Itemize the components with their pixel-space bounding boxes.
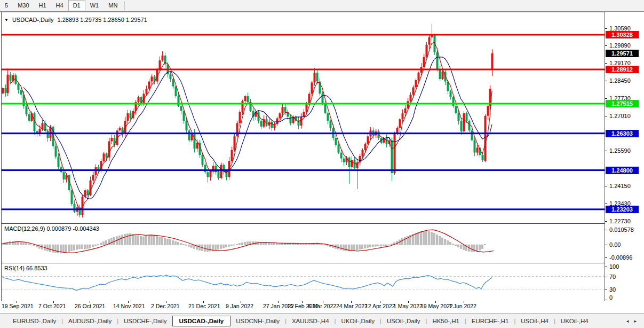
date-tick xyxy=(203,301,204,303)
chart-tab-eurchf[interactable]: EURCHF-,H1 xyxy=(466,316,514,326)
price-tick xyxy=(605,63,607,64)
level-line xyxy=(2,132,605,134)
macd-tick xyxy=(605,230,607,230)
date-tick xyxy=(380,301,380,303)
price-tick-label: 1.27010 xyxy=(609,113,631,119)
date-tick xyxy=(17,301,17,303)
level-line xyxy=(2,34,605,36)
date-label: 12 Apr 2022 xyxy=(365,303,395,309)
date-axis[interactable]: 19 Sep 20217 Oct 202126 Oct 202114 Nov 2… xyxy=(0,301,605,313)
rsi-tick-label: 70 xyxy=(609,274,616,280)
price-tick xyxy=(605,186,607,186)
date-tick xyxy=(53,301,54,303)
chart-tab-eurusd[interactable]: EURUSD-,Daily xyxy=(7,316,61,326)
chart-window[interactable]: ▼ USDCAD-,Daily 1.28893 1.29735 1.28650 … xyxy=(0,12,644,328)
level-price-badge: 1.23203 xyxy=(606,206,639,213)
timeframe-button-m30[interactable]: M30 xyxy=(13,0,34,11)
date-tick xyxy=(302,301,303,303)
level-line xyxy=(2,103,605,105)
date-label: 19 Sep 2021 xyxy=(2,303,34,309)
timeframe-button-h1[interactable]: H1 xyxy=(34,0,51,11)
rsi-tick xyxy=(605,300,607,300)
chart-tab-usoil[interactable]: USOil-,Daily xyxy=(381,316,426,326)
date-label: 7 Oct 2021 xyxy=(38,303,66,309)
macd-tick xyxy=(605,245,607,245)
date-label: 1 May 2022 xyxy=(393,303,423,309)
price-tick xyxy=(605,221,607,222)
date-label: 24 Mar 2022 xyxy=(336,303,368,309)
price-tick-label: 1.24150 xyxy=(609,183,631,189)
date-tick xyxy=(464,301,464,303)
rsi-panel xyxy=(2,275,605,291)
rsi-tick xyxy=(605,267,607,267)
chart-tab-usdcad[interactable]: USDCAD-,Daily xyxy=(172,316,231,326)
chart-tab-xauusd[interactable]: XAUUSD-,H4 xyxy=(287,316,335,326)
level-price-badge: 1.26303 xyxy=(606,130,639,137)
chart-tab-audusd[interactable]: AUDUSD-,Daily xyxy=(63,316,117,326)
mt4-terminal: 5M30H1H4D1W1MN ▼ USDCAD-,Daily 1.28893 1… xyxy=(0,0,644,328)
macd-tick-label: -0.00896 xyxy=(609,254,632,261)
date-tick xyxy=(408,301,409,303)
price-axis[interactable]: 1.305901.298901.291701.284501.277301.270… xyxy=(605,12,644,301)
chart-ohlc-values: 1.28893 1.29735 1.28650 1.29571 xyxy=(58,17,147,23)
rsi-tick-label: 30 xyxy=(609,286,616,293)
price-tick xyxy=(605,28,607,29)
current-price-badge: 1.29571 xyxy=(606,50,639,57)
timeframe-button-mn[interactable]: MN xyxy=(104,0,122,11)
date-label: 19 May 2022 xyxy=(420,303,453,309)
rsi-line xyxy=(3,275,492,291)
date-tick xyxy=(435,301,436,303)
rsi-tick xyxy=(605,277,607,277)
level-price-badge: 1.28912 xyxy=(606,66,639,73)
price-tick-label: 1.28450 xyxy=(609,77,631,84)
chart-canvas[interactable] xyxy=(0,12,605,301)
date-label: 14 Nov 2021 xyxy=(113,303,145,309)
tab-scroll-left-icon[interactable]: ◂ xyxy=(626,318,629,324)
rsi-tick-label: 100 xyxy=(609,263,619,270)
chart-dropdown-icon[interactable]: ▼ xyxy=(4,18,9,22)
level-line xyxy=(2,169,605,171)
date-label: 2 Dec 2021 xyxy=(151,303,180,309)
chart-tab-ukoil[interactable]: UKOil-,Daily xyxy=(336,316,380,326)
date-tick xyxy=(166,301,166,303)
date-tick xyxy=(90,301,90,303)
level-line xyxy=(2,208,605,210)
timeframe-button-w1[interactable]: W1 xyxy=(85,0,104,11)
price-tick xyxy=(605,45,607,46)
candles xyxy=(2,24,494,217)
timeframe-button-d1[interactable]: D1 xyxy=(68,0,85,11)
rsi-tick-label: 0 xyxy=(609,294,613,301)
macd-panel xyxy=(2,230,494,253)
chart-tab-hk50[interactable]: HK50-,H1 xyxy=(427,316,465,326)
chart-tab-usdcnh[interactable]: USDCNH-,Daily xyxy=(230,316,285,326)
price-tick xyxy=(605,116,607,116)
macd-tick-label: 0.00 xyxy=(609,241,621,248)
timeframe-button-5[interactable]: 5 xyxy=(0,0,13,11)
date-tick xyxy=(241,301,241,303)
chart-tab-usdchf[interactable]: USDCHF-,Daily xyxy=(118,316,172,326)
price-tick xyxy=(605,98,607,99)
timeframe-button-h4[interactable]: H4 xyxy=(51,0,68,11)
macd-tick xyxy=(605,257,607,258)
chart-tab-usoil[interactable]: USOil-,H4 xyxy=(515,316,554,326)
date-label: 26 Oct 2021 xyxy=(75,303,105,309)
level-price-badge: 1.24800 xyxy=(606,167,639,174)
date-label: 6 Mar 2022 xyxy=(308,303,336,309)
date-label: 9 Jan 2022 xyxy=(226,303,253,309)
chart-tab-bar: EURUSD-,Daily|AUDUSD-,Daily|USDCHF-,Dail… xyxy=(0,313,644,328)
price-tick xyxy=(605,151,607,151)
level-price-badge: 1.30328 xyxy=(606,31,639,38)
chart-title: ▼ USDCAD-,Daily 1.28893 1.29735 1.28650 … xyxy=(4,17,147,23)
chart-symbol-label: USDCAD-,Daily xyxy=(12,17,54,23)
level-line xyxy=(2,68,605,70)
date-tick xyxy=(351,301,352,303)
date-tick xyxy=(128,301,129,303)
timeframe-toolbar: 5M30H1H4D1W1MN xyxy=(0,0,644,12)
price-tick-label: 1.22730 xyxy=(609,218,631,224)
rsi-indicator-label: RSI(14) 66.8533 xyxy=(4,265,47,271)
rsi-tick xyxy=(605,290,607,290)
tab-scroll-right-icon[interactable]: ▸ xyxy=(634,318,637,324)
chart-tab-ukoil[interactable]: UKOil-,H4 xyxy=(555,316,594,326)
tab-scroll-arrows: ◂▸ xyxy=(626,318,637,324)
macd-tick-label: 0.010578 xyxy=(609,227,634,233)
